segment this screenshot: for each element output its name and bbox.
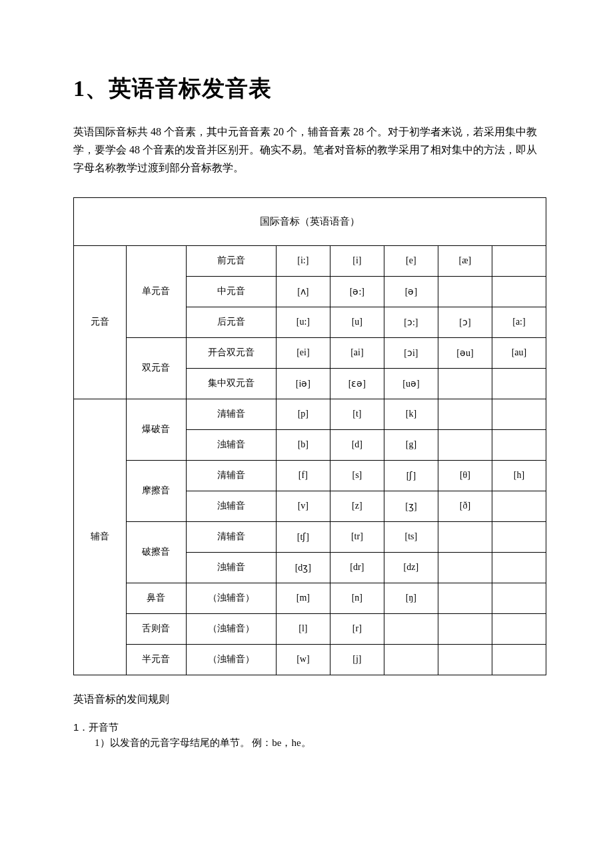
table-caption: 国际音标（英语语音）	[74, 197, 546, 245]
subgroup-monophthong: 单元音	[126, 245, 186, 337]
cell: [ʃ]	[384, 460, 438, 491]
cell: [l]	[276, 613, 330, 644]
cell: [ʒ]	[384, 491, 438, 521]
subgroup-plosive: 爆破音	[126, 399, 186, 460]
cell	[492, 644, 546, 675]
cell: [ei]	[276, 337, 330, 368]
group-consonant: 辅音	[74, 399, 127, 675]
cell	[492, 368, 546, 399]
cell: [ɔi]	[384, 337, 438, 368]
intro-paragraph: 英语国际音标共 48 个音素，其中元音音素 20 个，辅音音素 28 个。对于初…	[73, 123, 546, 177]
cell: [u:]	[276, 307, 330, 337]
cell: [i]	[330, 245, 384, 276]
cell: [æ]	[438, 245, 492, 276]
row-label: 浊辅音	[186, 491, 276, 521]
cell: [p]	[276, 399, 330, 429]
cell: [tʃ]	[276, 521, 330, 552]
cell: [z]	[330, 491, 384, 521]
cell	[438, 552, 492, 583]
row-label: （浊辅音）	[186, 613, 276, 644]
cell: [h]	[492, 460, 546, 491]
cell	[492, 491, 546, 521]
cell: [ɔ:]	[384, 307, 438, 337]
row-label: 浊辅音	[186, 552, 276, 583]
cell: [dʒ]	[276, 552, 330, 583]
cell: [ð]	[438, 491, 492, 521]
cell: [b]	[276, 429, 330, 460]
row-label: 清辅音	[186, 460, 276, 491]
row-label: 清辅音	[186, 399, 276, 429]
cell: [i:]	[276, 245, 330, 276]
cell: [tr]	[330, 521, 384, 552]
ipa-table: 国际音标（英语语音） 元音 单元音 前元音 [i:] [i] [e] [æ] 中…	[73, 197, 546, 675]
cell: [uə]	[384, 368, 438, 399]
cell: [ɛə]	[330, 368, 384, 399]
cell: [n]	[330, 583, 384, 613]
subgroup-fricative: 摩擦音	[126, 460, 186, 521]
cell: [r]	[330, 613, 384, 644]
cell	[492, 245, 546, 276]
rule-item-1: 1．开音节	[73, 721, 546, 734]
subgroup-nasal: 鼻音	[126, 583, 186, 613]
cell: [d]	[330, 429, 384, 460]
cell	[492, 583, 546, 613]
cell	[384, 644, 438, 675]
row-label: （浊辅音）	[186, 583, 276, 613]
row-label: 集中双元音	[186, 368, 276, 399]
cell	[492, 399, 546, 429]
row-label: 前元音	[186, 245, 276, 276]
page-title: 1、英语音标发音表	[73, 73, 546, 104]
cell: [ŋ]	[384, 583, 438, 613]
cell: [g]	[384, 429, 438, 460]
cell	[438, 521, 492, 552]
cell: [ə]	[384, 276, 438, 307]
row-label: 后元音	[186, 307, 276, 337]
cell	[438, 276, 492, 307]
cell: [ə:]	[330, 276, 384, 307]
subgroup-semivowel: 半元音	[126, 644, 186, 675]
rules-heading: 英语音标的发间规则	[73, 693, 546, 707]
cell: [e]	[384, 245, 438, 276]
cell: [t]	[330, 399, 384, 429]
cell: [ɔ]	[438, 307, 492, 337]
cell	[438, 399, 492, 429]
cell: [dr]	[330, 552, 384, 583]
cell: [u]	[330, 307, 384, 337]
cell	[438, 583, 492, 613]
cell	[438, 644, 492, 675]
cell	[438, 613, 492, 644]
cell: [w]	[276, 644, 330, 675]
cell: [θ]	[438, 460, 492, 491]
cell: [iə]	[276, 368, 330, 399]
cell	[438, 368, 492, 399]
cell: [j]	[330, 644, 384, 675]
row-label: 清辅音	[186, 521, 276, 552]
cell: [m]	[276, 583, 330, 613]
cell: [əu]	[438, 337, 492, 368]
cell: [a:]	[492, 307, 546, 337]
cell: [au]	[492, 337, 546, 368]
cell	[492, 276, 546, 307]
cell: [v]	[276, 491, 330, 521]
subgroup-affricate: 破擦音	[126, 521, 186, 583]
group-vowel: 元音	[74, 245, 127, 399]
cell: [ai]	[330, 337, 384, 368]
row-label: 中元音	[186, 276, 276, 307]
cell	[492, 429, 546, 460]
cell: [dz]	[384, 552, 438, 583]
rule-item-1-sub: 1）以发音的元音字母结尾的单节。 例：be，he。	[73, 737, 546, 749]
cell	[492, 552, 546, 583]
cell: [f]	[276, 460, 330, 491]
cell	[438, 429, 492, 460]
subgroup-lateral: 舌则音	[126, 613, 186, 644]
subgroup-diphthong: 双元音	[126, 337, 186, 399]
cell: [ʌ]	[276, 276, 330, 307]
row-label: 开合双元音	[186, 337, 276, 368]
cell	[492, 521, 546, 552]
row-label: 浊辅音	[186, 429, 276, 460]
row-label: （浊辅音）	[186, 644, 276, 675]
cell: [ts]	[384, 521, 438, 552]
cell	[384, 613, 438, 644]
cell: [s]	[330, 460, 384, 491]
cell	[492, 613, 546, 644]
